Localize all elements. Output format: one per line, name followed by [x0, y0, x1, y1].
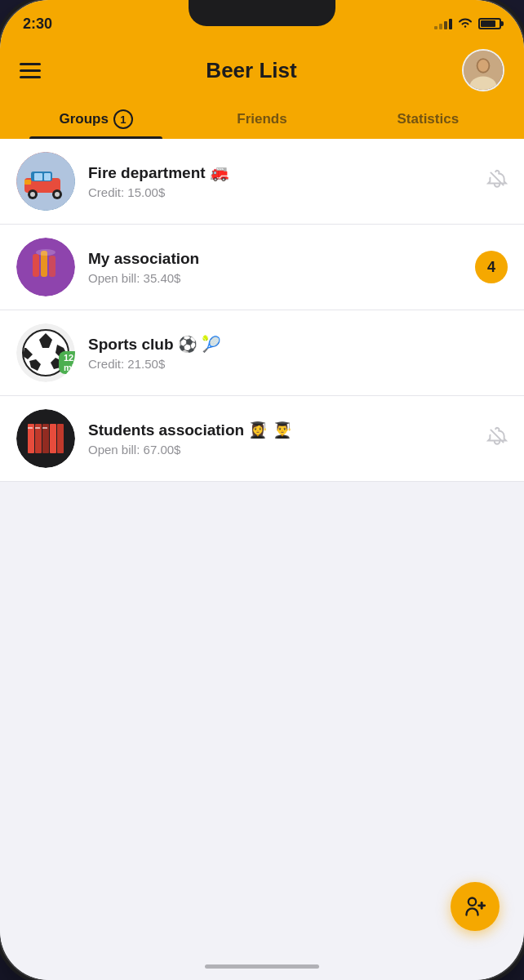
group-avatar-fire-dept	[16, 152, 75, 211]
tab-statistics[interactable]: Statistics	[345, 101, 511, 139]
time-badge-sports: 12 min.	[59, 351, 75, 374]
bell-muted-icon-students	[486, 425, 508, 452]
bell-muted-icon	[486, 168, 508, 194]
content-area: Fire department 🚒 Credit: 15.00$	[0, 139, 524, 980]
svg-point-35	[468, 898, 476, 906]
svg-point-8	[30, 192, 35, 197]
svg-rect-12	[44, 173, 51, 180]
group-info-students: Students association 👩‍🎓 👨‍🎓 Open bill: …	[88, 421, 473, 457]
notch	[189, 0, 335, 26]
group-sub-my-assoc: Open bill: 35.40$	[88, 271, 462, 285]
group-sub-fire-dept: Credit: 15.00$	[88, 185, 473, 199]
header: Beer List	[0, 42, 524, 101]
tab-groups-label: Groups	[59, 111, 108, 127]
group-name-fire-dept: Fire department 🚒	[88, 163, 473, 182]
group-sub-students: Open bill: 67.00$	[88, 443, 473, 457]
group-item-students[interactable]: Students association 👩‍🎓 👨‍🎓 Open bill: …	[0, 396, 524, 482]
group-name-my-assoc: My association	[88, 250, 462, 268]
svg-rect-15	[33, 254, 39, 277]
svg-rect-32	[28, 427, 33, 429]
group-info-fire-dept: Fire department 🚒 Credit: 15.00$	[88, 163, 473, 199]
status-icons	[434, 17, 501, 31]
group-item-my-assoc[interactable]: My association Open bill: 35.40$ 4	[0, 225, 524, 310]
tab-statistics-label: Statistics	[397, 111, 460, 127]
group-name-students: Students association 👩‍🎓 👨‍🎓	[88, 421, 473, 439]
add-group-fab[interactable]	[451, 882, 500, 931]
svg-rect-34	[42, 427, 47, 429]
user-avatar-image	[464, 51, 503, 90]
group-list: Fire department 🚒 Credit: 15.00$	[0, 139, 524, 482]
battery-icon	[478, 18, 501, 29]
tabs-bar: Groups 1 Friends Statistics	[0, 101, 524, 139]
phone-frame: 2:30	[0, 0, 524, 980]
group-sub-sports-club: Credit: 21.50$	[88, 357, 495, 371]
group-item-sports-club[interactable]: 12 min. Sports club ⚽ 🎾 Credit: 21.50$	[0, 310, 524, 396]
svg-rect-11	[34, 173, 42, 180]
tab-groups[interactable]: Groups 1	[13, 101, 179, 139]
group-action-fire-dept[interactable]	[486, 168, 508, 194]
signal-dots-icon	[434, 19, 452, 29]
svg-point-3	[478, 60, 489, 72]
phone-screen: 2:30	[0, 0, 524, 980]
group-avatar-students	[16, 409, 75, 468]
notification-badge-my-assoc: 4	[475, 251, 508, 283]
wifi-icon	[457, 17, 473, 31]
svg-rect-30	[50, 424, 56, 453]
svg-point-10	[55, 192, 60, 197]
svg-point-18	[36, 249, 56, 256]
group-action-my-assoc[interactable]: 4	[475, 251, 508, 283]
tab-groups-badge: 1	[113, 109, 133, 129]
group-action-students[interactable]	[486, 425, 508, 452]
user-avatar[interactable]	[462, 49, 504, 91]
tab-friends-label: Friends	[237, 111, 286, 127]
svg-rect-33	[35, 427, 40, 429]
group-name-sports-club: Sports club ⚽ 🎾	[88, 335, 495, 354]
svg-rect-17	[49, 256, 56, 277]
battery-fill	[481, 20, 495, 27]
add-user-icon	[464, 895, 486, 918]
group-info-sports-club: Sports club ⚽ 🎾 Credit: 21.50$	[88, 335, 495, 371]
group-item-fire-dept[interactable]: Fire department 🚒 Credit: 15.00$	[0, 139, 524, 225]
tab-friends[interactable]: Friends	[179, 101, 344, 139]
svg-rect-13	[24, 180, 31, 185]
group-info-my-assoc: My association Open bill: 35.40$	[88, 250, 462, 285]
svg-rect-31	[57, 424, 64, 453]
group-avatar-sports-club: 12 min.	[16, 323, 75, 382]
status-time: 2:30	[23, 16, 52, 33]
page-title: Beer List	[206, 58, 296, 83]
group-avatar-my-assoc	[16, 238, 75, 296]
home-indicator	[205, 964, 319, 969]
hamburger-menu-button[interactable]	[20, 63, 41, 78]
